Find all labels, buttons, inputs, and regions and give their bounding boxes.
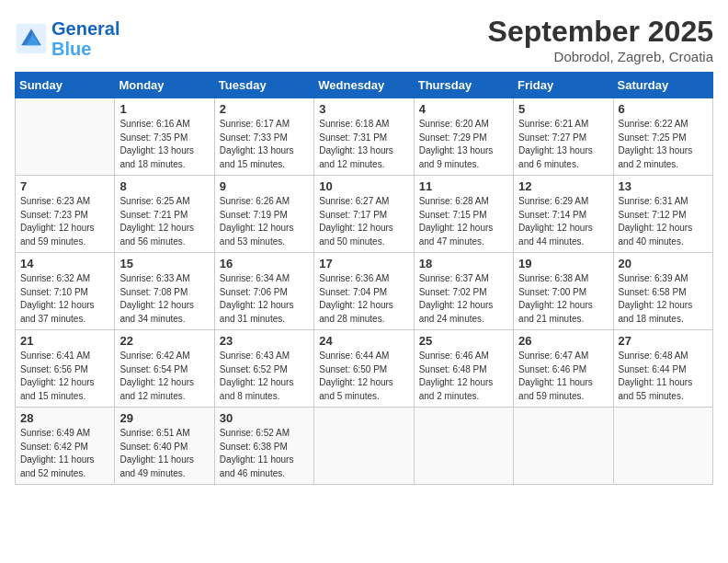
day-info: Sunrise: 6:36 AMSunset: 7:04 PMDaylight:… [319,272,408,326]
calendar-week-row: 7Sunrise: 6:23 AMSunset: 7:23 PMDaylight… [16,176,713,253]
day-info: Sunrise: 6:34 AMSunset: 7:06 PMDaylight:… [220,272,309,326]
calendar-day-cell [414,408,513,485]
weekday-header-cell: Wednesday [314,73,414,98]
day-number: 9 [220,179,309,193]
calendar-body: 1Sunrise: 6:16 AMSunset: 7:35 PMDaylight… [16,98,713,485]
calendar-week-row: 1Sunrise: 6:16 AMSunset: 7:35 PMDaylight… [16,98,713,176]
calendar-day-cell: 21Sunrise: 6:41 AMSunset: 6:56 PMDayligh… [16,330,115,408]
day-number: 21 [20,334,109,348]
day-number: 15 [119,257,209,270]
calendar-day-cell: 8Sunrise: 6:25 AMSunset: 7:21 PMDaylight… [115,176,214,253]
day-number: 26 [518,334,608,348]
calendar-week-row: 21Sunrise: 6:41 AMSunset: 6:56 PMDayligh… [16,330,713,408]
calendar-day-cell [613,408,712,485]
day-number: 20 [619,257,708,270]
calendar-day-cell: 10Sunrise: 6:27 AMSunset: 7:17 PMDayligh… [314,176,414,253]
day-number: 18 [419,257,508,270]
calendar-day-cell: 11Sunrise: 6:28 AMSunset: 7:15 PMDayligh… [414,176,513,253]
calendar-day-cell: 24Sunrise: 6:44 AMSunset: 6:50 PMDayligh… [314,330,414,408]
day-number: 6 [619,102,708,116]
calendar-day-cell [16,98,115,176]
day-number: 25 [419,334,508,348]
weekday-header-cell: Monday [115,73,214,98]
day-number: 1 [119,102,209,116]
logo-text: General Blue [51,18,119,59]
day-info: Sunrise: 6:42 AMSunset: 6:54 PMDaylight:… [119,350,209,403]
calendar-day-cell: 19Sunrise: 6:38 AMSunset: 7:00 PMDayligh… [514,253,613,330]
day-number: 13 [619,179,708,193]
location-title: Dobrodol, Zagreb, Croatia [488,49,713,64]
day-info: Sunrise: 6:39 AMSunset: 6:58 PMDaylight:… [619,272,708,326]
day-number: 30 [220,411,309,425]
day-info: Sunrise: 6:47 AMSunset: 6:46 PMDaylight:… [518,350,608,403]
calendar-day-cell: 23Sunrise: 6:43 AMSunset: 6:52 PMDayligh… [214,330,313,408]
day-info: Sunrise: 6:38 AMSunset: 7:00 PMDaylight:… [518,272,608,326]
logo-line1: General [51,18,119,39]
day-info: Sunrise: 6:49 AMSunset: 6:42 PMDaylight:… [20,427,109,480]
calendar-day-cell: 9Sunrise: 6:26 AMSunset: 7:19 PMDaylight… [214,176,313,253]
calendar-day-cell: 7Sunrise: 6:23 AMSunset: 7:23 PMDaylight… [16,176,115,253]
day-number: 4 [419,102,508,116]
calendar-day-cell: 22Sunrise: 6:42 AMSunset: 6:54 PMDayligh… [115,330,214,408]
calendar-day-cell: 28Sunrise: 6:49 AMSunset: 6:42 PMDayligh… [16,408,115,485]
day-info: Sunrise: 6:20 AMSunset: 7:29 PMDaylight:… [419,118,508,171]
day-number: 22 [119,334,209,348]
day-info: Sunrise: 6:27 AMSunset: 7:17 PMDaylight:… [319,195,408,248]
day-info: Sunrise: 6:37 AMSunset: 7:02 PMDaylight:… [419,272,508,326]
day-number: 11 [419,179,508,193]
weekday-header-cell: Friday [514,73,613,98]
day-info: Sunrise: 6:32 AMSunset: 7:10 PMDaylight:… [20,272,109,326]
day-info: Sunrise: 6:43 AMSunset: 6:52 PMDaylight:… [220,350,309,403]
calendar-day-cell: 4Sunrise: 6:20 AMSunset: 7:29 PMDaylight… [414,98,513,176]
logo: General Blue [15,18,119,59]
day-info: Sunrise: 6:16 AMSunset: 7:35 PMDaylight:… [119,118,209,171]
day-info: Sunrise: 6:31 AMSunset: 7:12 PMDaylight:… [619,195,708,248]
calendar-week-row: 14Sunrise: 6:32 AMSunset: 7:10 PMDayligh… [16,253,713,330]
calendar-day-cell: 12Sunrise: 6:29 AMSunset: 7:14 PMDayligh… [514,176,613,253]
day-info: Sunrise: 6:48 AMSunset: 6:44 PMDaylight:… [619,350,708,403]
day-number: 19 [518,257,608,270]
weekday-header-cell: Tuesday [214,73,313,98]
calendar-day-cell: 18Sunrise: 6:37 AMSunset: 7:02 PMDayligh… [414,253,513,330]
day-info: Sunrise: 6:33 AMSunset: 7:08 PMDaylight:… [119,272,209,326]
calendar-day-cell: 29Sunrise: 6:51 AMSunset: 6:40 PMDayligh… [115,408,214,485]
weekday-header-cell: Sunday [16,73,115,98]
title-area: September 2025 Dobrodol, Zagreb, Croatia [488,15,713,64]
calendar-table: SundayMondayTuesdayWednesdayThursdayFrid… [15,72,713,485]
day-number: 7 [20,179,109,193]
header: General Blue September 2025 Dobrodol, Za… [15,15,713,64]
day-number: 23 [220,334,309,348]
day-number: 24 [319,334,408,348]
calendar-day-cell: 17Sunrise: 6:36 AMSunset: 7:04 PMDayligh… [314,253,414,330]
month-title: September 2025 [488,15,713,49]
weekday-header-cell: Thursday [414,73,513,98]
calendar-day-cell: 3Sunrise: 6:18 AMSunset: 7:31 PMDaylight… [314,98,414,176]
day-info: Sunrise: 6:22 AMSunset: 7:25 PMDaylight:… [619,118,708,171]
calendar-day-cell: 20Sunrise: 6:39 AMSunset: 6:58 PMDayligh… [613,253,712,330]
day-number: 14 [20,257,109,270]
calendar-day-cell: 30Sunrise: 6:52 AMSunset: 6:38 PMDayligh… [214,408,313,485]
calendar-day-cell [514,408,613,485]
day-info: Sunrise: 6:21 AMSunset: 7:27 PMDaylight:… [518,118,608,171]
logo-icon [15,22,48,55]
logo-line2: Blue [51,39,91,59]
day-info: Sunrise: 6:29 AMSunset: 7:14 PMDaylight:… [518,195,608,248]
day-number: 3 [319,102,408,116]
weekday-header-row: SundayMondayTuesdayWednesdayThursdayFrid… [16,73,713,98]
day-number: 12 [518,179,608,193]
day-number: 29 [119,411,209,425]
calendar-day-cell: 14Sunrise: 6:32 AMSunset: 7:10 PMDayligh… [16,253,115,330]
calendar-day-cell: 27Sunrise: 6:48 AMSunset: 6:44 PMDayligh… [613,330,712,408]
weekday-header-cell: Saturday [613,73,712,98]
day-number: 10 [319,179,408,193]
day-info: Sunrise: 6:18 AMSunset: 7:31 PMDaylight:… [319,118,408,171]
day-info: Sunrise: 6:25 AMSunset: 7:21 PMDaylight:… [119,195,209,248]
calendar-day-cell: 25Sunrise: 6:46 AMSunset: 6:48 PMDayligh… [414,330,513,408]
day-info: Sunrise: 6:26 AMSunset: 7:19 PMDaylight:… [220,195,309,248]
calendar-day-cell: 13Sunrise: 6:31 AMSunset: 7:12 PMDayligh… [613,176,712,253]
day-number: 16 [220,257,309,270]
day-info: Sunrise: 6:28 AMSunset: 7:15 PMDaylight:… [419,195,508,248]
calendar-day-cell: 2Sunrise: 6:17 AMSunset: 7:33 PMDaylight… [214,98,313,176]
calendar-day-cell: 1Sunrise: 6:16 AMSunset: 7:35 PMDaylight… [115,98,214,176]
calendar-day-cell [314,408,414,485]
